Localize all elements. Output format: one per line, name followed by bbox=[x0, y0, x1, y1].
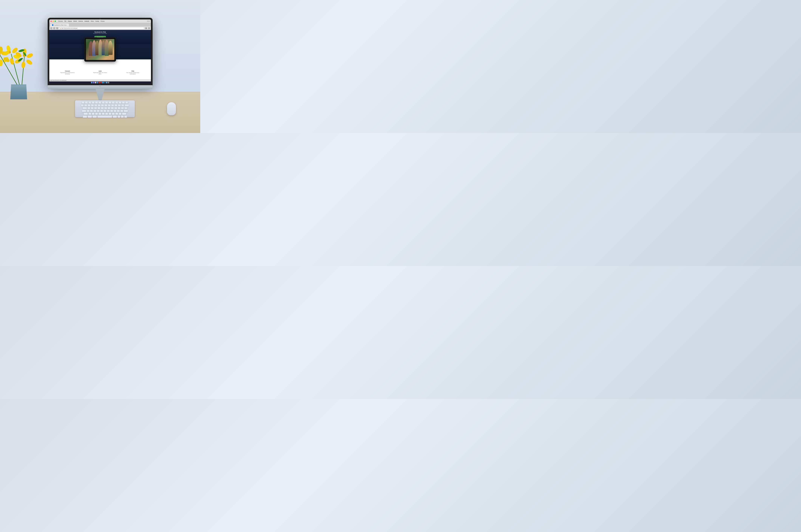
key-f6[interactable] bbox=[102, 101, 105, 104]
key-backtick[interactable] bbox=[81, 104, 84, 107]
key-r[interactable] bbox=[97, 107, 100, 110]
maximize-window-button[interactable] bbox=[55, 21, 56, 22]
menu-osoby[interactable]: Osoby bbox=[95, 21, 99, 22]
key-j[interactable] bbox=[107, 110, 110, 112]
key-minus[interactable] bbox=[118, 104, 121, 107]
key-f3[interactable] bbox=[92, 101, 95, 104]
key-6[interactable] bbox=[101, 104, 104, 107]
key-f5[interactable] bbox=[98, 101, 101, 104]
key-space[interactable] bbox=[97, 115, 112, 118]
key-f7[interactable] bbox=[105, 101, 108, 104]
key-y[interactable] bbox=[104, 107, 107, 110]
key-caps[interactable] bbox=[82, 110, 86, 112]
key-f10[interactable] bbox=[115, 101, 118, 104]
menu-plik[interactable]: Plik bbox=[64, 21, 66, 22]
key-1[interactable] bbox=[84, 104, 87, 107]
key-g[interactable] bbox=[100, 110, 103, 112]
menu-button[interactable]: ≡ bbox=[148, 27, 150, 29]
key-right[interactable] bbox=[124, 115, 127, 118]
key-q[interactable] bbox=[88, 107, 90, 110]
key-rbracket[interactable] bbox=[125, 107, 128, 110]
key-f11[interactable] bbox=[119, 101, 121, 104]
close-window-button[interactable] bbox=[51, 21, 52, 22]
bookmarks-button[interactable]: ★ bbox=[145, 27, 147, 29]
key-quote[interactable] bbox=[120, 110, 123, 112]
key-p[interactable] bbox=[118, 107, 121, 110]
key-i[interactable] bbox=[111, 107, 114, 110]
dock-icon-launchpad[interactable] bbox=[93, 82, 94, 83]
dock-icon-system-prefs[interactable] bbox=[95, 82, 96, 83]
key-h[interactable] bbox=[103, 110, 107, 112]
key-3[interactable] bbox=[91, 104, 94, 107]
key-up[interactable] bbox=[121, 115, 124, 118]
dock-icon-photoshop[interactable] bbox=[104, 82, 106, 83]
key-comma[interactable] bbox=[112, 113, 115, 115]
dock-icon-skype[interactable] bbox=[102, 82, 104, 83]
menu-edycja[interactable]: Edycja bbox=[68, 21, 72, 22]
key-f8[interactable] bbox=[109, 101, 112, 104]
key-o[interactable] bbox=[114, 107, 117, 110]
key-5[interactable] bbox=[98, 104, 101, 107]
key-v[interactable] bbox=[98, 113, 101, 115]
key-tab[interactable] bbox=[82, 107, 87, 110]
key-shift-l[interactable] bbox=[83, 113, 88, 115]
menu-okno[interactable]: Okno bbox=[91, 21, 94, 22]
back-button[interactable]: ‹ bbox=[50, 27, 52, 29]
key-n[interactable] bbox=[105, 113, 108, 115]
key-esc[interactable] bbox=[82, 101, 84, 104]
key-c[interactable] bbox=[95, 113, 98, 115]
menu-historia[interactable]: Historia bbox=[78, 21, 83, 22]
refresh-button[interactable]: ↻ bbox=[56, 27, 58, 29]
active-tab[interactable]: Facebook for iPad | Face... bbox=[51, 23, 69, 26]
key-slash[interactable] bbox=[119, 113, 121, 115]
key-8[interactable] bbox=[108, 104, 111, 107]
dock-icon-safari[interactable] bbox=[97, 82, 98, 83]
menu-zakladki[interactable]: Zakładki bbox=[84, 21, 89, 22]
key-x[interactable] bbox=[92, 113, 95, 115]
key-s[interactable] bbox=[90, 110, 93, 112]
key-9[interactable] bbox=[111, 104, 114, 107]
key-f4[interactable] bbox=[95, 101, 98, 104]
key-f2[interactable] bbox=[88, 101, 91, 104]
key-f12[interactable] bbox=[122, 101, 125, 104]
key-left[interactable] bbox=[117, 115, 120, 118]
key-m[interactable] bbox=[109, 113, 112, 115]
forward-button[interactable]: › bbox=[53, 27, 55, 29]
dock-icon-firefox[interactable] bbox=[100, 82, 102, 83]
dock-icon-trash[interactable] bbox=[108, 82, 109, 83]
key-0[interactable] bbox=[115, 104, 117, 107]
key-f1[interactable] bbox=[85, 101, 88, 104]
key-cmd-r[interactable] bbox=[113, 115, 117, 118]
key-ctrl[interactable] bbox=[88, 115, 92, 118]
key-b[interactable] bbox=[102, 113, 105, 115]
key-shift-r[interactable] bbox=[122, 113, 127, 115]
key-a[interactable] bbox=[87, 110, 90, 112]
key-alt[interactable] bbox=[93, 115, 97, 118]
dock-icon-finder[interactable] bbox=[91, 82, 93, 83]
key-w[interactable] bbox=[91, 107, 94, 110]
key-del[interactable] bbox=[125, 101, 128, 104]
menu-pomoc[interactable]: Pomoc bbox=[100, 21, 104, 22]
key-period[interactable] bbox=[115, 113, 118, 115]
key-7[interactable] bbox=[104, 104, 108, 107]
key-return[interactable] bbox=[124, 110, 128, 112]
minimize-window-button[interactable] bbox=[53, 21, 54, 22]
key-l[interactable] bbox=[114, 110, 117, 112]
key-u[interactable] bbox=[108, 107, 111, 110]
key-semicolon[interactable] bbox=[117, 110, 120, 112]
dock-icon-chrome[interactable] bbox=[98, 82, 100, 83]
key-t[interactable] bbox=[101, 107, 104, 110]
key-equals[interactable] bbox=[121, 104, 124, 107]
key-f[interactable] bbox=[97, 110, 100, 112]
key-z[interactable] bbox=[88, 113, 91, 115]
key-backspace[interactable] bbox=[125, 104, 129, 107]
key-f9[interactable] bbox=[112, 101, 115, 104]
key-fn[interactable] bbox=[83, 115, 87, 118]
dock-icon-finder2[interactable] bbox=[106, 82, 108, 83]
address-bar[interactable]: 🔒 https://www.facebook.com/mobile/ipad bbox=[59, 27, 144, 29]
key-4[interactable] bbox=[94, 104, 97, 107]
key-lbracket[interactable] bbox=[121, 107, 124, 110]
key-2[interactable] bbox=[88, 104, 91, 107]
menu-chrome[interactable]: Chrome bbox=[58, 21, 63, 22]
menu-widok[interactable]: Widok bbox=[73, 21, 77, 22]
